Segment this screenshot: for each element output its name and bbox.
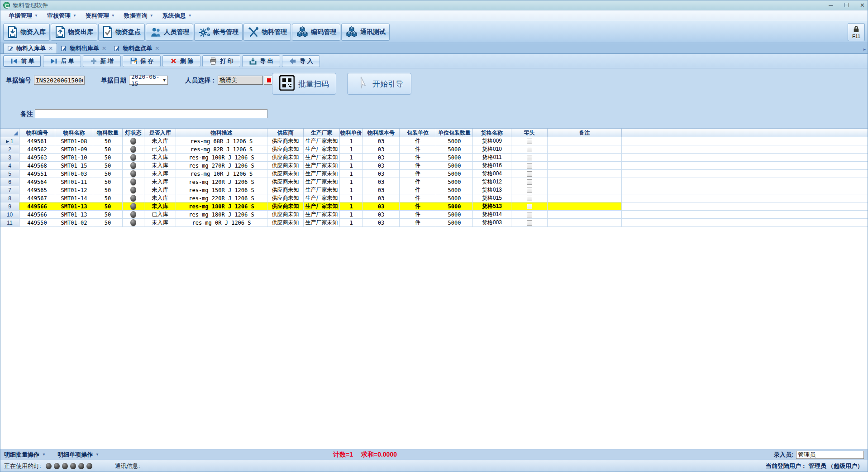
col-header-供应商[interactable]: 供应商 [267,129,304,137]
doc-date-select[interactable]: 2020-06-15 ▼ [129,76,168,85]
fraction-checkbox[interactable] [527,163,532,169]
toolbar-编码管理-button[interactable]: 编码管理 [292,24,340,41]
table-row[interactable]: 3449563SMT01-1050未入库res-mg 100R J 1206 S… [0,154,868,162]
prev-icon [10,57,18,65]
doc-date-label: 单据日期 [101,77,126,85]
fraction-checkbox[interactable] [527,139,532,144]
col-header-物料单价[interactable]: 物料单价 [340,129,363,137]
col-header-是否入库[interactable]: 是否入库 [144,129,176,137]
doc-upload-icon [55,26,66,38]
minimize-icon[interactable]: ─ [829,1,833,10]
col-header-物料编号[interactable]: 物料编号 [19,129,55,137]
table-row[interactable]: 2449562SMT01-0950已入库res-mg 82R J 1206 S供… [0,145,868,154]
col-header-物料名称[interactable]: 物料名称 [55,129,93,137]
menu-资料管理[interactable]: 资料管理▼ [81,11,119,21]
footer-bar: 明细批量操作 ▼ 明细单项操作 ▼ 计数=1 求和=0.0000 录入员: [0,449,868,460]
docbar-导出-button[interactable]: 导 出 [242,55,280,67]
docbar-后单-button[interactable]: 后 单 [43,55,81,67]
tab-edit-icon [114,45,120,52]
tab-物料盘点单[interactable]: 物料盘点单✕ [110,43,163,53]
detail-single-ops-button[interactable]: 明细单项操作 ▼ [57,451,99,459]
lamp-status-icon [130,138,136,144]
lamp-status-icon [130,211,136,218]
col-header-零头[interactable]: 零头 [511,129,548,137]
person-label: 人员选择： [185,77,217,85]
fraction-checkbox[interactable] [527,188,532,193]
col-header-灯状态[interactable]: 灯状态 [123,129,144,137]
maximize-icon[interactable]: ☐ [844,1,849,10]
toolbar-物料管理-button[interactable]: 物料管理 [243,24,291,41]
import-icon [289,57,297,65]
docbar-删除-button[interactable]: 删 除 [162,55,200,67]
table-row[interactable]: 5449551SMT01-0350未入库res-mg 10R J 1206 S供… [0,170,868,178]
entry-clerk-field[interactable] [796,451,864,459]
table-row[interactable]: 7449565SMT01-1250未入库res-mg 150R J 1206 S… [0,186,868,194]
remark-field[interactable] [35,109,267,118]
toolbar-帐号管理-button[interactable]: 帐号管理 [194,24,243,41]
col-header-物料版本号[interactable]: 物料版本号 [363,129,400,137]
toolbar-通讯测试-button[interactable]: 通讯测试 [341,24,390,41]
detail-batch-ops-button[interactable]: 明细批量操作 ▼ [4,451,46,459]
chevron-down-icon: ▼ [150,14,153,18]
fraction-checkbox[interactable] [527,204,532,209]
col-header-生产厂家[interactable]: 生产厂家 [304,129,340,137]
table-row[interactable]: 8449567SMT01-1450未入库res-mg 220R J 1206 S… [0,194,868,202]
tab-物料入库单[interactable]: 物料入库单✕ [3,43,57,53]
col-header-备注[interactable]: 备注 [548,129,622,137]
main-toolbar: 物资入库物资出库物资盘点人员管理帐号管理物料管理编码管理通讯测试 F11 [0,21,868,43]
menu-系统信息[interactable]: 系统信息▼ [158,11,196,21]
lock-f11-button[interactable]: F11 [848,23,865,41]
fraction-checkbox[interactable] [527,212,532,217]
grid-body: ▶1449561SMT01-0850未入库res-mg 68R J 1206 S… [0,137,868,227]
fraction-checkbox[interactable] [527,155,532,160]
table-row[interactable]: ▶1449561SMT01-0850未入库res-mg 68R J 1206 S… [0,137,868,145]
chevron-down-icon: ▼ [34,14,38,18]
table-row[interactable]: 4449568SMT01-1550未入库res-mg 270R J 1206 S… [0,162,868,170]
menu-审核管理[interactable]: 审核管理▼ [43,11,81,21]
grid-calc-summary: 计数=1 求和=0.0000 [333,451,397,459]
toolbar-人员管理-button[interactable]: 人员管理 [146,24,193,41]
table-row[interactable]: 9449566SMT01-1350未入库res-mg 180R J 1206 S… [0,202,868,211]
table-row[interactable]: 10449566SMT01-1350已入库res-mg 180R J 1206 … [0,211,868,219]
fraction-checkbox[interactable] [527,147,532,152]
doc-no-field[interactable] [34,76,85,85]
fraction-checkbox[interactable] [527,196,532,201]
col-header-包装单位[interactable]: 包装单位 [400,129,436,137]
col-header-filler [622,129,868,137]
fraction-checkbox[interactable] [527,220,532,226]
toolbar-物资入库-button[interactable]: 物资入库 [3,24,50,41]
tab-close-icon[interactable]: ✕ [48,45,53,52]
close-icon[interactable]: ✕ [860,1,865,10]
table-row[interactable]: 6449564SMT01-1150未入库res-mg 120R J 1206 S… [0,178,868,186]
lamp-status-icon [130,219,136,226]
fraction-checkbox[interactable] [527,171,532,177]
tab-close-icon[interactable]: ✕ [155,45,159,52]
docbar-保存-button[interactable]: 保 存 [123,55,161,67]
tab-scroll-right-icon[interactable]: ▸ [863,47,866,52]
docbar-导入-button[interactable]: 导 入 [282,55,320,67]
col-header-物料数量[interactable]: 物料数量 [93,129,123,137]
tab-close-icon[interactable]: ✕ [102,45,106,52]
menu-单据管理[interactable]: 单据管理▼ [4,11,43,21]
fraction-checkbox[interactable] [527,179,532,185]
tab-物料出库单[interactable]: 物料出库单✕ [57,43,110,53]
table-row[interactable]: 11449550SMT01-0250未入库res-mg 0R J 1206 S供… [0,219,868,227]
person-field[interactable] [218,76,263,85]
menu-数据查询[interactable]: 数据查询▼ [119,11,158,21]
toolbar-物资出库-button[interactable]: 物资出库 [51,24,97,41]
col-header-货格名称[interactable]: 货格名称 [473,129,511,137]
batch-scan-button[interactable]: 批量扫码 [272,73,336,95]
col-header-单位包装数量[interactable]: 单位包装数量 [436,129,473,137]
docbar-前单-button[interactable]: 前 单 [3,55,41,67]
col-header-row-selector[interactable] [0,129,19,137]
chevron-down-icon: ▼ [163,78,166,82]
lamp-status-icon [130,178,136,185]
window-title: 物料管理软件 [13,1,48,10]
col-header-物料描述[interactable]: 物料描述 [176,129,267,137]
start-guide-button[interactable]: 开始引导 [347,73,411,95]
docbar-打印-button[interactable]: 打 印 [202,55,240,67]
lamp-indicators [46,463,92,469]
delete-icon [170,57,177,65]
docbar-新增-button[interactable]: 新 增 [83,55,121,67]
toolbar-物资盘点-button[interactable]: 物资盘点 [98,24,145,41]
